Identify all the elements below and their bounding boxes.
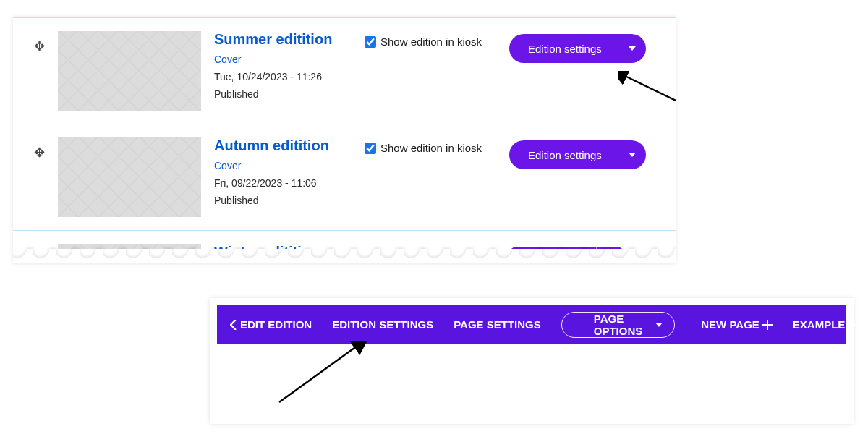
page-options-dropdown[interactable]: PAGE OPTIONS bbox=[561, 312, 676, 338]
caret-down-icon bbox=[629, 153, 636, 157]
torn-edge-decoration bbox=[13, 249, 676, 263]
editor-toolbar: EDIT EDITION EDITION SETTINGS PAGE SETTI… bbox=[217, 305, 846, 344]
drag-handle-cell: ✥ bbox=[20, 137, 58, 161]
edition-actions: Edition settings bbox=[509, 137, 646, 169]
edit-edition-label: EDIT EDITION bbox=[240, 318, 312, 331]
svg-line-1 bbox=[279, 346, 357, 402]
edition-date: Fri, 09/22/2023 - 11:06 bbox=[214, 177, 365, 189]
edition-thumbnail[interactable] bbox=[58, 31, 201, 111]
edition-actions: Edition settings bbox=[509, 31, 646, 63]
edition-row: ✥ Autumn editition Cover Fri, 09/22/2023… bbox=[13, 124, 676, 231]
show-in-kiosk-label: Show edition in kiosk bbox=[380, 35, 482, 48]
drag-handle-icon[interactable]: ✥ bbox=[34, 38, 45, 54]
example-label: EXAMPLE bbox=[793, 318, 846, 331]
chevron-right-icon bbox=[848, 320, 855, 330]
page-settings-label: PAGE SETTINGS bbox=[454, 318, 541, 331]
edition-settings-splitbutton: Edition settings bbox=[509, 140, 646, 169]
new-page-button[interactable]: NEW PAGE bbox=[701, 318, 773, 331]
edition-title-link[interactable]: Autumn editition bbox=[214, 137, 365, 154]
edition-meta: Summer editition Cover Tue, 10/24/2023 -… bbox=[201, 31, 365, 100]
edition-status: Published bbox=[214, 195, 365, 206]
toolbar-card: EDIT EDITION EDITION SETTINGS PAGE SETTI… bbox=[210, 298, 854, 424]
edition-settings-label: EDITION SETTINGS bbox=[332, 318, 433, 331]
page-settings-nav[interactable]: PAGE SETTINGS bbox=[454, 318, 541, 331]
show-in-kiosk-checkbox[interactable] bbox=[365, 36, 376, 48]
edition-thumbnail[interactable] bbox=[58, 137, 201, 217]
edition-settings-button[interactable]: Edition settings bbox=[509, 140, 618, 169]
show-in-kiosk-field[interactable]: Show edition in kiosk bbox=[365, 31, 509, 48]
plus-icon bbox=[762, 320, 773, 330]
edition-settings-button[interactable]: Edition settings bbox=[509, 34, 618, 63]
caret-down-icon bbox=[629, 46, 636, 51]
page-options-label: PAGE OPTIONS bbox=[594, 313, 643, 337]
show-in-kiosk-field[interactable]: Show edition in kiosk bbox=[365, 137, 509, 154]
chevron-left-icon bbox=[230, 320, 237, 330]
edition-settings-dropdown-toggle[interactable] bbox=[618, 140, 646, 169]
edition-title-link[interactable]: Summer editition bbox=[214, 31, 365, 48]
edition-cover-link[interactable]: Cover bbox=[214, 160, 365, 171]
edition-meta: Autumn editition Cover Fri, 09/22/2023 -… bbox=[201, 137, 365, 206]
new-page-label: NEW PAGE bbox=[701, 318, 760, 331]
drag-handle-cell: ✥ bbox=[20, 31, 58, 54]
edition-cover-link[interactable]: Cover bbox=[214, 54, 365, 65]
edition-settings-dropdown-toggle[interactable] bbox=[618, 34, 646, 63]
show-in-kiosk-checkbox[interactable] bbox=[365, 143, 376, 154]
show-in-kiosk-label: Show edition in kiosk bbox=[380, 142, 482, 154]
annotation-arrow bbox=[272, 341, 388, 407]
editions-list-card: ✥ Summer editition Cover Tue, 10/24/2023… bbox=[13, 17, 676, 263]
edition-settings-nav[interactable]: EDITION SETTINGS bbox=[332, 318, 433, 331]
edition-date: Tue, 10/24/2023 - 11:26 bbox=[214, 71, 365, 82]
example-button[interactable]: EXAMPLE bbox=[793, 318, 856, 331]
edition-status: Published bbox=[214, 88, 365, 100]
edit-edition-button[interactable]: EDIT EDITION bbox=[230, 318, 312, 331]
caret-down-icon bbox=[655, 323, 663, 327]
edition-row: ✥ Summer editition Cover Tue, 10/24/2023… bbox=[13, 17, 676, 124]
edition-settings-splitbutton: Edition settings bbox=[509, 34, 646, 63]
drag-handle-icon[interactable]: ✥ bbox=[34, 145, 45, 161]
